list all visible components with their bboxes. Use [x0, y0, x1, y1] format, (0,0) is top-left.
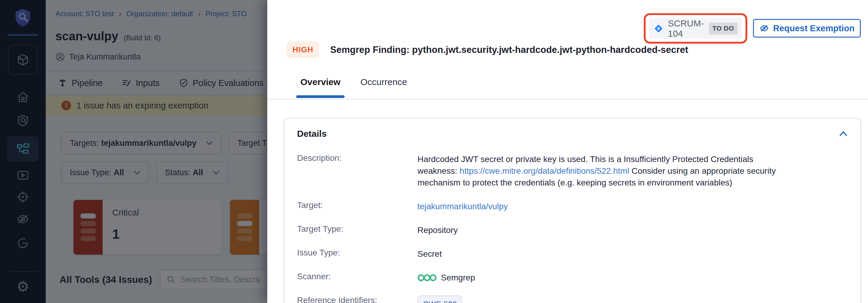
issue-type-value: Secret: [417, 248, 442, 260]
request-exemption-button[interactable]: Request Exemption: [753, 19, 861, 38]
red-annotation-highlight: SCRUM-104 TO DO: [644, 13, 747, 43]
description-label: Description:: [297, 153, 417, 163]
drawer-tabs: Overview Occurrence: [300, 77, 407, 98]
scanner-value: Semgrep: [441, 272, 475, 283]
request-exemption-label: Request Exemption: [773, 24, 855, 33]
finding-title-row: HIGH Semgrep Finding: python.jwt.securit…: [286, 41, 688, 58]
tabs-divider: [267, 99, 868, 100]
jira-ticket-chip[interactable]: SCRUM-104 TO DO: [649, 18, 742, 39]
collapse-chevron-up-icon[interactable]: [839, 131, 848, 137]
reference-identifiers-row: Reference Identifiers: CWE-522: [297, 296, 848, 303]
scanner-label: Scanner:: [297, 272, 417, 281]
jira-issue-key: SCRUM-104: [668, 18, 704, 39]
cwe-reference-chip: CWE-522: [417, 296, 462, 303]
jira-icon: [654, 24, 663, 33]
target-type-row: Target Type: Repository: [297, 224, 848, 236]
tab-overview[interactable]: Overview: [300, 77, 340, 98]
issue-type-row: Issue Type: Secret: [297, 248, 848, 260]
issue-details-drawer: SCRUM-104 TO DO Request Exemption HIGH S…: [267, 0, 868, 303]
target-label: Target:: [297, 201, 417, 210]
jira-status-badge: TO DO: [709, 23, 738, 35]
issue-type-label: Issue Type:: [297, 248, 417, 258]
details-heading: Details: [297, 129, 327, 139]
eye-off-icon: [760, 24, 769, 33]
background-page: ⚙ Account: STO test › Organization: defa…: [0, 0, 267, 303]
target-row: Target: tejakummarikuntla/vulpy: [297, 201, 848, 212]
finding-title: Semgrep Finding: python.jwt.security.jwt…: [330, 44, 688, 55]
scanner-row: Scanner: Semgrep: [297, 272, 848, 283]
details-card: Details Description: Hardcoded JWT secre…: [284, 118, 861, 303]
tab-occurrence[interactable]: Occurrence: [360, 77, 407, 98]
severity-badge-high: HIGH: [286, 41, 319, 58]
target-type-label: Target Type:: [297, 224, 417, 234]
target-type-value: Repository: [417, 224, 458, 236]
cwe-link[interactable]: https://cwe.mitre.org/data/definitions/5…: [460, 166, 629, 175]
description-value: Hardcoded JWT secret or private key is u…: [417, 153, 782, 189]
drawer-backdrop[interactable]: [0, 0, 267, 303]
semgrep-logo-icon: [417, 273, 437, 282]
description-row: Description: Hardcoded JWT secret or pri…: [297, 153, 848, 189]
reference-identifiers-label: Reference Identifiers:: [297, 296, 417, 303]
target-link[interactable]: tejakummarikuntla/vulpy: [417, 201, 508, 212]
